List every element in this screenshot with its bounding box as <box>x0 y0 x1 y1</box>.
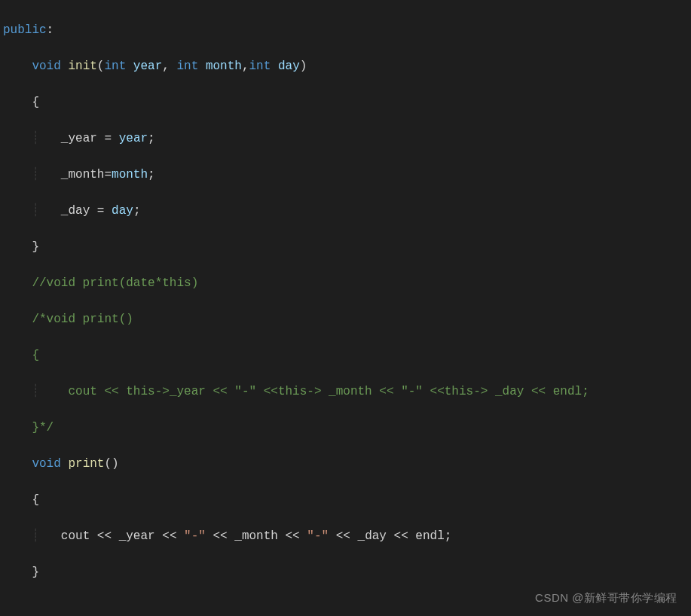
code-line: } <box>3 563 691 581</box>
code-line: ┊ cout << this->_year << "-" <<this-> _m… <box>3 383 691 401</box>
code-line: { <box>3 93 691 111</box>
code-line <box>3 599 691 616</box>
code-line: ┊ _month=month; <box>3 166 691 184</box>
code-line: ┊ _day = day; <box>3 202 691 220</box>
function-print: print <box>68 457 104 471</box>
code-line: ┊ cout << _year << "-" << _month << "-" … <box>3 527 691 545</box>
code-line: void print() <box>3 455 691 473</box>
comment-block: /*void print() <box>32 313 133 326</box>
code-line: ┊ _year = year; <box>3 130 691 148</box>
code-line: } <box>3 238 691 256</box>
code-line: }*/ <box>3 419 691 437</box>
code-line: { <box>3 491 691 509</box>
code-line: public: <box>3 21 691 39</box>
comment-line: //void print(date*this) <box>32 276 198 290</box>
keyword-public: public <box>3 23 47 37</box>
function-init: init <box>68 59 96 73</box>
code-line: //void print(date*this) <box>3 274 691 292</box>
code-line: void init(int year, int month,int day) <box>3 57 691 75</box>
code-line: { <box>3 346 691 364</box>
code-line: /*void print() <box>3 310 691 328</box>
code-editor[interactable]: public: void init(int year, int month,in… <box>0 0 691 616</box>
